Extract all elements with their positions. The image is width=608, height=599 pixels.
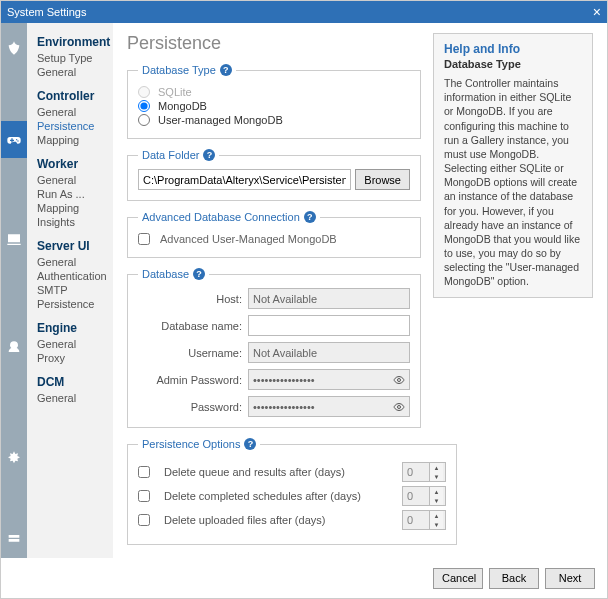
svg-point-0 (398, 378, 401, 381)
persist-option-checkbox[interactable] (138, 466, 150, 478)
info-icon[interactable]: ? (244, 438, 256, 450)
serverui-rail-icon[interactable] (1, 330, 27, 368)
persist-option-checkbox[interactable] (138, 490, 150, 502)
persist-option-row: Delete queue and results after (days)▲▼ (138, 462, 446, 482)
advanced-usermanaged-label: Advanced User-Managed MongoDB (160, 233, 337, 245)
controller-rail-icon[interactable] (1, 121, 27, 159)
environment-rail-icon[interactable] (1, 29, 27, 67)
days-input[interactable] (403, 487, 429, 505)
advanced-usermanaged-row[interactable]: Advanced User-Managed MongoDB (138, 233, 410, 245)
dbtype-option-sqlite: SQLite (138, 86, 410, 98)
help-text: The Controller maintains information in … (444, 76, 582, 289)
dbtype-option-mongodb[interactable]: MongoDB (138, 100, 410, 112)
next-button[interactable]: Next (545, 568, 595, 589)
dbname-label: Database name: (138, 320, 248, 332)
advanced-conn-group: Advanced Database Connection ? Advanced … (127, 211, 421, 258)
database-type-group: Database Type ? SQLiteMongoDBUser-manage… (127, 64, 421, 139)
back-button[interactable]: Back (489, 568, 539, 589)
browse-button[interactable]: Browse (355, 169, 410, 190)
spinner-up-icon[interactable]: ▲ (430, 487, 443, 496)
persist-option-row: Delete uploaded files after (days)▲▼ (138, 510, 446, 530)
nav-item-run-as-[interactable]: Run As ... (37, 187, 105, 201)
nav-item-persistence[interactable]: Persistence (37, 297, 105, 311)
info-icon[interactable]: ? (203, 149, 215, 161)
info-icon[interactable]: ? (220, 64, 232, 76)
dbtype-radio[interactable] (138, 114, 150, 126)
nav-section-server-ui[interactable]: Server UI (37, 239, 105, 253)
dcm-rail-icon[interactable] (1, 521, 27, 559)
spinner-down-icon[interactable]: ▼ (430, 472, 443, 481)
eye-icon[interactable] (392, 400, 406, 414)
worker-rail-icon[interactable] (1, 220, 27, 258)
nav-item-general[interactable]: General (37, 337, 105, 351)
host-label: Host: (138, 293, 248, 305)
pw-label: Password: (138, 401, 248, 413)
nav-item-general[interactable]: General (37, 65, 105, 79)
nav-item-insights[interactable]: Insights (37, 215, 105, 229)
dbtype-radio[interactable] (138, 100, 150, 112)
svg-point-1 (398, 405, 401, 408)
dbtype-radio (138, 86, 150, 98)
dbtype-label: User-managed MongoDB (158, 114, 283, 126)
window-title: System Settings (7, 6, 86, 18)
close-icon[interactable]: × (593, 5, 601, 19)
nav-item-authentication[interactable]: Authentication (37, 269, 105, 283)
advanced-usermanaged-checkbox[interactable] (138, 233, 150, 245)
adminpw-label: Admin Password: (138, 374, 248, 386)
info-icon[interactable]: ? (304, 211, 316, 223)
nav-section-worker[interactable]: Worker (37, 157, 105, 171)
spinner-down-icon[interactable]: ▼ (430, 520, 443, 529)
nav-item-general[interactable]: General (37, 391, 105, 405)
persist-option-label: Delete completed schedules after (days) (164, 490, 394, 502)
persistence-options-group: Persistence Options ? Delete queue and r… (127, 438, 457, 545)
persist-option-label: Delete queue and results after (days) (164, 466, 394, 478)
days-spinner[interactable]: ▲▼ (402, 486, 446, 506)
nav-section-dcm[interactable]: DCM (37, 375, 105, 389)
days-spinner[interactable]: ▲▼ (402, 510, 446, 530)
days-input[interactable] (403, 463, 429, 481)
spinner-down-icon[interactable]: ▼ (430, 496, 443, 505)
engine-rail-icon[interactable] (1, 439, 27, 477)
spinner-up-icon[interactable]: ▲ (430, 511, 443, 520)
nav-item-general[interactable]: General (37, 105, 105, 119)
nav-section-environment[interactable]: Environment (37, 35, 105, 49)
dbtype-label: MongoDB (158, 100, 207, 112)
cancel-button[interactable]: Cancel (433, 568, 483, 589)
days-input[interactable] (403, 511, 429, 529)
nav-item-mapping[interactable]: Mapping (37, 133, 105, 147)
nav-item-persistence[interactable]: Persistence (37, 119, 105, 133)
titlebar: System Settings × (1, 1, 607, 23)
eye-icon[interactable] (392, 373, 406, 387)
info-icon[interactable]: ? (193, 268, 205, 280)
nav-item-smtp[interactable]: SMTP (37, 283, 105, 297)
help-panel: Help and Info Database Type The Controll… (433, 33, 593, 298)
spinner-up-icon[interactable]: ▲ (430, 463, 443, 472)
persist-option-checkbox[interactable] (138, 514, 150, 526)
persist-option-label: Delete uploaded files after (days) (164, 514, 394, 526)
nav-item-setup-type[interactable]: Setup Type (37, 51, 105, 65)
footer: Cancel Back Next (1, 558, 607, 598)
dbtype-option-user-managed-mongodb[interactable]: User-managed MongoDB (138, 114, 410, 126)
page-title: Persistence (127, 33, 421, 54)
nav-item-general[interactable]: General (37, 255, 105, 269)
nav-section-controller[interactable]: Controller (37, 89, 105, 103)
data-folder-legend: Data Folder (142, 149, 199, 161)
persist-option-row: Delete completed schedules after (days)▲… (138, 486, 446, 506)
help-title: Help and Info (444, 42, 582, 56)
data-folder-group: Data Folder ? Browse (127, 149, 421, 201)
nav-item-proxy[interactable]: Proxy (37, 351, 105, 365)
persistence-options-legend: Persistence Options (142, 438, 240, 450)
help-subtitle: Database Type (444, 58, 582, 70)
days-spinner[interactable]: ▲▼ (402, 462, 446, 482)
database-legend: Database (142, 268, 189, 280)
nav-item-mapping[interactable]: Mapping (37, 201, 105, 215)
dbname-input[interactable] (248, 315, 410, 336)
username-label: Username: (138, 347, 248, 359)
nav-item-general[interactable]: General (37, 173, 105, 187)
advanced-conn-legend: Advanced Database Connection (142, 211, 300, 223)
database-type-legend: Database Type (142, 64, 216, 76)
nav-section-engine[interactable]: Engine (37, 321, 105, 335)
database-group: Database ? Host: Database name: Username… (127, 268, 421, 428)
sidebar-nav: EnvironmentSetup TypeGeneralControllerGe… (27, 23, 113, 558)
data-folder-input[interactable] (138, 169, 351, 190)
